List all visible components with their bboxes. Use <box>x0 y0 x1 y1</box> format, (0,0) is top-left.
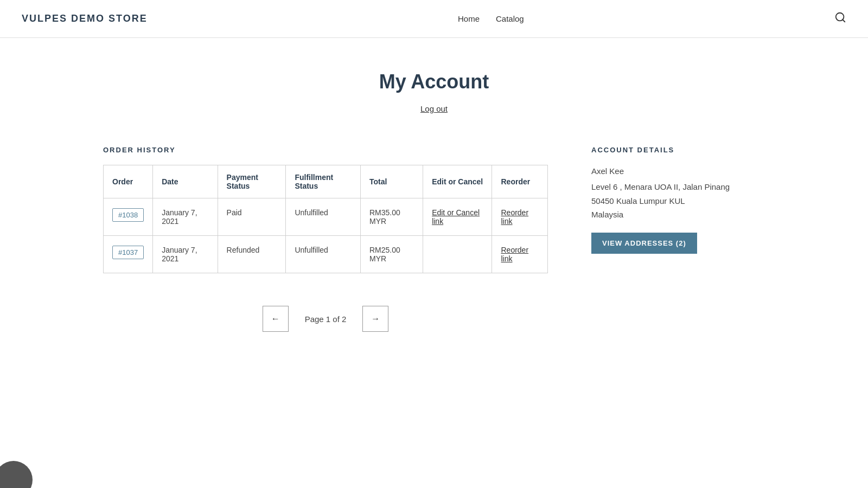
reorder-link[interactable]: Reorder link <box>501 208 528 226</box>
order-payment-status-cell: Paid <box>218 198 286 236</box>
nav-home[interactable]: Home <box>458 14 480 23</box>
reorder-link[interactable]: Reorder link <box>501 246 528 263</box>
address-line1: Level 6 , Menara UOA II, Jalan Pinang <box>591 180 765 194</box>
svg-line-1 <box>843 20 845 22</box>
address-line3: Malaysia <box>591 208 765 222</box>
order-number-cell: #1037 <box>104 236 153 273</box>
next-page-button[interactable]: → <box>362 306 388 332</box>
col-reorder: Reorder <box>492 165 548 198</box>
search-icon[interactable] <box>834 11 846 26</box>
prev-page-button[interactable]: ← <box>263 306 289 332</box>
order-total-cell: RM35.00 MYR <box>360 198 423 236</box>
account-name: Axel Kee <box>591 165 765 178</box>
order-reorder-cell: Reorder link <box>492 236 548 273</box>
logout-section: Log out <box>103 104 765 113</box>
order-date-cell: January 7, 2021 <box>153 236 218 273</box>
account-address: Level 6 , Menara UOA II, Jalan Pinang 50… <box>591 180 765 222</box>
page-indicator: Page 1 of 2 <box>305 314 347 324</box>
table-row: #1037 January 7, 2021 Refunded Unfulfill… <box>104 236 548 273</box>
main-content: My Account Log out ORDER HISTORY Order D… <box>81 38 787 364</box>
col-date: Date <box>153 165 218 198</box>
col-total: Total <box>360 165 423 198</box>
nav-catalog[interactable]: Catalog <box>496 14 524 23</box>
page-title: My Account <box>103 70 765 93</box>
header: VULPES DEMO STORE Home Catalog <box>0 0 868 38</box>
view-addresses-button[interactable]: VIEW ADDRESSES (2) <box>591 233 697 254</box>
col-fulfillment-status: Fulfillment Status <box>286 165 361 198</box>
main-nav: Home Catalog <box>458 14 524 23</box>
order-table: Order Date Payment Status Fulfillment St… <box>103 165 548 273</box>
order-reorder-cell: Reorder link <box>492 198 548 236</box>
col-payment-status: Payment Status <box>218 165 286 198</box>
table-row: #1038 January 7, 2021 Paid Unfulfilled R… <box>104 198 548 236</box>
order-edit-cancel-cell: Edit or Cancel link <box>423 198 492 236</box>
logout-link[interactable]: Log out <box>420 104 448 113</box>
edit-cancel-link[interactable]: Edit or Cancel link <box>432 208 480 226</box>
order-number-cell: #1038 <box>104 198 153 236</box>
order-edit-cancel-cell <box>423 236 492 273</box>
order-number-badge[interactable]: #1038 <box>112 208 144 222</box>
order-payment-status-cell: Refunded <box>218 236 286 273</box>
order-number-badge[interactable]: #1037 <box>112 246 144 259</box>
order-history-title: ORDER HISTORY <box>103 146 548 154</box>
table-header-row: Order Date Payment Status Fulfillment St… <box>104 165 548 198</box>
order-history-section: ORDER HISTORY Order Date Payment Status … <box>103 146 548 332</box>
site-logo: VULPES DEMO STORE <box>22 13 148 24</box>
account-details-section: ACCOUNT DETAILS Axel Kee Level 6 , Menar… <box>591 146 765 254</box>
order-date-cell: January 7, 2021 <box>153 198 218 236</box>
order-total-cell: RM25.00 MYR <box>360 236 423 273</box>
order-fulfillment-status-cell: Unfulfilled <box>286 236 361 273</box>
order-fulfillment-status-cell: Unfulfilled <box>286 198 361 236</box>
address-line2: 50450 Kuala Lumpur KUL <box>591 194 765 208</box>
col-edit-cancel: Edit or Cancel <box>423 165 492 198</box>
content-layout: ORDER HISTORY Order Date Payment Status … <box>103 146 765 332</box>
account-details-title: ACCOUNT DETAILS <box>591 146 765 154</box>
pagination: ← Page 1 of 2 → <box>103 306 548 332</box>
col-order: Order <box>104 165 153 198</box>
